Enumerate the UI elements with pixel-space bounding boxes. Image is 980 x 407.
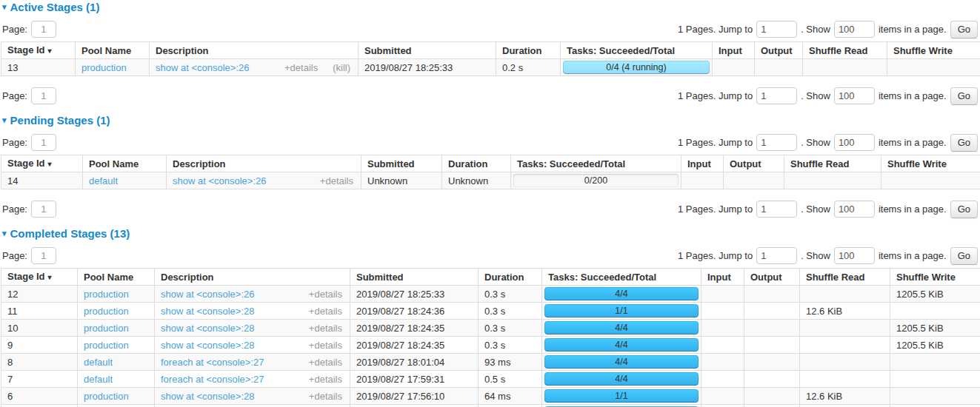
- pool-name-cell: production: [78, 303, 155, 320]
- description-link[interactable]: foreach at <console>:27: [161, 357, 264, 368]
- description-wrap: show at <console>:26+details: [161, 289, 344, 300]
- column-header-stage-id[interactable]: Stage Id▾: [1, 42, 76, 59]
- go-button[interactable]: Go: [950, 201, 978, 218]
- description-cell: show at <console>:26+details: [155, 286, 350, 303]
- page-number-input[interactable]: [31, 201, 56, 218]
- jump-to-input[interactable]: [756, 21, 797, 38]
- column-header-shuffle-write[interactable]: Shuffle Write: [890, 269, 980, 286]
- description-link[interactable]: show at <console>:28: [161, 323, 254, 334]
- jump-to-input[interactable]: [756, 247, 797, 264]
- column-header-output[interactable]: Output: [755, 42, 803, 59]
- details-toggle[interactable]: +details: [320, 175, 353, 186]
- column-header-shuffle-read[interactable]: Shuffle Read: [800, 269, 890, 286]
- show-count-input[interactable]: [834, 134, 875, 151]
- details-toggle[interactable]: +details: [309, 340, 342, 351]
- column-header-duration[interactable]: Duration: [442, 155, 511, 172]
- pool-link[interactable]: production: [84, 323, 129, 334]
- column-header-stage-id[interactable]: Stage Id▾: [1, 155, 83, 172]
- description-link[interactable]: show at <console>:26: [161, 289, 254, 300]
- column-header-submitted[interactable]: Submitted: [350, 269, 479, 286]
- jump-to-input[interactable]: [756, 134, 797, 151]
- column-header-output[interactable]: Output: [744, 269, 800, 286]
- column-header-pool-name[interactable]: Pool Name: [76, 42, 150, 59]
- show-count-input[interactable]: [834, 201, 875, 218]
- column-header-pool-name[interactable]: Pool Name: [83, 155, 167, 172]
- details-toggle[interactable]: +details: [309, 391, 342, 402]
- column-header-shuffle-read[interactable]: Shuffle Read: [784, 155, 881, 172]
- go-button[interactable]: Go: [950, 21, 978, 38]
- show-count-input[interactable]: [834, 21, 875, 38]
- show-count-input[interactable]: [834, 247, 875, 264]
- description-link[interactable]: foreach at <console>:27: [161, 374, 264, 385]
- details-toggle[interactable]: +details: [309, 357, 342, 368]
- collapse-arrow-icon: ▾: [2, 116, 7, 124]
- column-header-shuffle-write[interactable]: Shuffle Write: [887, 42, 980, 59]
- page-number-input[interactable]: [31, 247, 56, 264]
- column-header-description[interactable]: Description: [167, 155, 361, 172]
- jump-to-input[interactable]: [756, 201, 797, 218]
- details-toggle[interactable]: +details: [309, 323, 342, 334]
- details-toggle[interactable]: +details: [309, 289, 342, 300]
- output-cell: [744, 371, 800, 388]
- column-header-submitted[interactable]: Submitted: [359, 42, 496, 59]
- kill-link[interactable]: (kill): [333, 62, 350, 73]
- description-link[interactable]: show at <console>:28: [161, 306, 254, 317]
- pool-link[interactable]: production: [84, 306, 129, 317]
- header-row: Stage Id▾Pool NameDescriptionSubmittedDu…: [1, 42, 980, 59]
- description-link[interactable]: show at <console>:28: [161, 391, 254, 402]
- pending-stages-heading[interactable]: ▾ Pending Stages (1): [2, 115, 979, 126]
- description-cell: show at <console>:26+details: [167, 172, 361, 189]
- description-link[interactable]: show at <console>:26: [173, 175, 266, 186]
- pool-link[interactable]: default: [84, 374, 113, 385]
- description-link[interactable]: show at <console>:28: [161, 340, 254, 351]
- column-header-stage-id[interactable]: Stage Id▾: [1, 269, 78, 286]
- input-cell: [701, 354, 744, 371]
- column-header-description[interactable]: Description: [155, 269, 350, 286]
- show-count-input[interactable]: [834, 87, 875, 104]
- completed-stages-heading[interactable]: ▾ Completed Stages (13): [2, 228, 979, 239]
- go-button[interactable]: Go: [950, 247, 978, 265]
- description-link[interactable]: show at <console>:26: [156, 62, 249, 73]
- stage-id-cell: 11: [1, 303, 78, 320]
- pool-link[interactable]: default: [89, 175, 118, 186]
- column-header-shuffle-read[interactable]: Shuffle Read: [803, 42, 887, 59]
- jump-form: 1 Pages. Jump to . Show items in a page.…: [678, 21, 978, 38]
- shuffle-write-cell: [890, 303, 980, 320]
- pool-link[interactable]: production: [84, 289, 129, 300]
- task-progress-label: 0/4 (4 running): [563, 61, 710, 74]
- column-header-tasks-succeeded-total[interactable]: Tasks: Succeeded/Total: [542, 269, 701, 286]
- column-header-input[interactable]: Input: [713, 42, 755, 59]
- details-toggle[interactable]: +details: [309, 374, 342, 385]
- details-toggle[interactable]: +details: [284, 62, 318, 73]
- column-header-duration[interactable]: Duration: [496, 42, 561, 59]
- column-header-output[interactable]: Output: [724, 155, 784, 172]
- tasks-progress-cell: 4/4: [542, 405, 701, 407]
- description-wrap: show at <console>:28+details: [161, 340, 344, 351]
- column-header-input[interactable]: Input: [701, 269, 744, 286]
- column-header-shuffle-write[interactable]: Shuffle Write: [881, 155, 980, 172]
- section-title: Active Stages (1): [10, 1, 100, 13]
- task-progress-label: 4/4: [544, 338, 699, 352]
- column-header-input[interactable]: Input: [681, 155, 724, 172]
- active-stages-heading[interactable]: ▾ Active Stages (1): [2, 1, 979, 13]
- pool-link[interactable]: production: [84, 391, 129, 402]
- column-header-tasks-succeeded-total[interactable]: Tasks: Succeeded/Total: [511, 155, 681, 172]
- pool-link[interactable]: default: [84, 357, 113, 368]
- go-button[interactable]: Go: [950, 134, 978, 152]
- page-number-input[interactable]: [31, 21, 56, 38]
- input-cell: [701, 303, 744, 320]
- pool-link[interactable]: production: [81, 62, 127, 73]
- column-header-description[interactable]: Description: [150, 42, 359, 59]
- pool-link[interactable]: production: [84, 340, 129, 351]
- column-header-tasks-succeeded-total[interactable]: Tasks: Succeeded/Total: [561, 42, 713, 59]
- details-toggle[interactable]: +details: [309, 306, 342, 317]
- column-header-submitted[interactable]: Submitted: [361, 155, 442, 172]
- column-header-duration[interactable]: Duration: [479, 269, 542, 286]
- description-extra: +details: [309, 323, 344, 334]
- items-text: items in a page.: [879, 250, 947, 261]
- go-button[interactable]: Go: [950, 87, 978, 105]
- jump-to-input[interactable]: [756, 87, 797, 104]
- page-number-input[interactable]: [31, 87, 56, 104]
- column-header-pool-name[interactable]: Pool Name: [78, 269, 155, 286]
- page-number-input[interactable]: [31, 134, 56, 151]
